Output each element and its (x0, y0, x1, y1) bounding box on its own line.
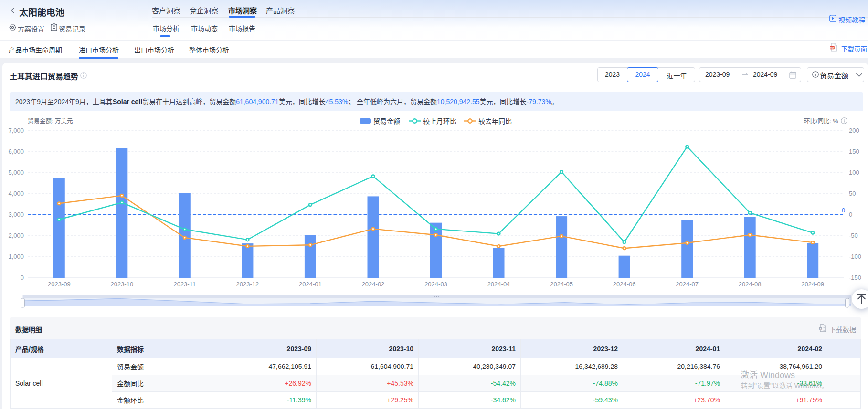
svg-text:200: 200 (849, 127, 859, 134)
svg-text:2023-09: 2023-09 (48, 281, 71, 288)
svg-text:100: 100 (849, 169, 859, 176)
svg-text:X: X (820, 327, 822, 330)
svg-text:2023-11: 2023-11 (173, 281, 196, 288)
svg-text:-100: -100 (849, 253, 861, 260)
svg-text:5,000: 5,000 (8, 169, 24, 176)
svg-text:3,000: 3,000 (8, 211, 24, 218)
svg-text:2024-03: 2024-03 (424, 281, 447, 288)
svg-text:较去年同比: 较去年同比 (478, 117, 512, 125)
svg-text:2023-12: 2023-12 (236, 281, 259, 288)
svg-text:贸易金额: 贸易金额 (373, 117, 400, 125)
svg-text:2024-07: 2024-07 (676, 281, 699, 288)
svg-text:7,000: 7,000 (8, 127, 24, 134)
svg-text:1,000: 1,000 (8, 253, 24, 260)
svg-text:2024-09: 2024-09 (801, 281, 824, 288)
svg-text:2024-06: 2024-06 (613, 281, 636, 288)
svg-text:贸易金额: 万美元: 贸易金额: 万美元 (28, 117, 73, 125)
svg-text:0: 0 (849, 211, 852, 218)
svg-text:50: 50 (849, 190, 856, 197)
svg-text:2024-04: 2024-04 (487, 281, 510, 288)
svg-text:环比/同比: %: 环比/同比: % (804, 118, 838, 125)
svg-text:2,000: 2,000 (8, 232, 24, 239)
svg-text:2024-08: 2024-08 (739, 281, 762, 288)
svg-text:-150: -150 (849, 274, 861, 281)
svg-text:2023-10: 2023-10 (110, 281, 133, 288)
svg-text:2024-05: 2024-05 (550, 281, 573, 288)
svg-text:4,000: 4,000 (8, 190, 24, 197)
svg-text:-50: -50 (849, 232, 858, 239)
svg-text:150: 150 (849, 148, 859, 155)
svg-text:0: 0 (842, 207, 845, 214)
svg-text:2024-01: 2024-01 (299, 281, 322, 288)
svg-text:6,000: 6,000 (8, 148, 24, 155)
svg-text:2024-02: 2024-02 (362, 281, 385, 288)
svg-text:0: 0 (21, 274, 24, 281)
svg-text:较上月环比: 较上月环比 (423, 117, 456, 125)
